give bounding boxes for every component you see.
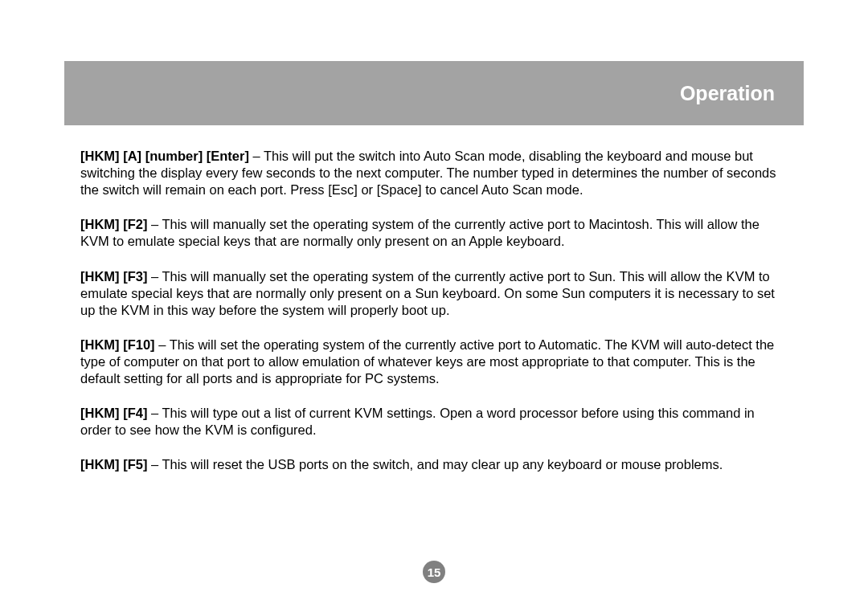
paragraph-hkm-f2: [HKM] [F2] – This will manually set the … xyxy=(80,216,788,250)
paragraph-body: – This will manually set the operating s… xyxy=(80,269,775,317)
paragraph-prefix: [HKM] [F2] xyxy=(80,217,147,231)
paragraph-body: – This will manually set the operating s… xyxy=(80,217,760,248)
paragraph-prefix: [HKM] [A] [number] [Enter] xyxy=(80,149,249,163)
page-number: 15 xyxy=(428,565,441,579)
page-number-badge: 15 xyxy=(423,561,445,583)
header-title: Operation xyxy=(680,82,775,105)
paragraph-hkm-a: [HKM] [A] [number] [Enter] – This will p… xyxy=(80,148,788,198)
paragraph-prefix: [HKM] [F4] xyxy=(80,406,147,420)
paragraph-prefix: [HKM] [F3] xyxy=(80,269,147,284)
header-banner: Operation xyxy=(64,61,804,125)
paragraph-body: – This will reset the USB ports on the s… xyxy=(147,457,723,471)
page-container: Operation [HKM] [A] [number] [Enter] – T… xyxy=(64,61,804,492)
paragraph-body: – This will set the operating system of … xyxy=(80,337,774,386)
paragraph-hkm-f5: [HKM] [F5] – This will reset the USB por… xyxy=(80,456,788,473)
paragraph-hkm-f3: [HKM] [F3] – This will manually set the … xyxy=(80,268,788,319)
paragraph-hkm-f4: [HKM] [F4] – This will type out a list o… xyxy=(80,405,788,439)
content-area: [HKM] [A] [number] [Enter] – This will p… xyxy=(64,125,804,474)
paragraph-hkm-f10: [HKM] [F10] – This will set the operatin… xyxy=(80,337,788,387)
paragraph-prefix: [HKM] [F10] xyxy=(80,337,155,352)
paragraph-body: – This will type out a list of current K… xyxy=(80,406,755,437)
paragraph-prefix: [HKM] [F5] xyxy=(80,457,147,471)
